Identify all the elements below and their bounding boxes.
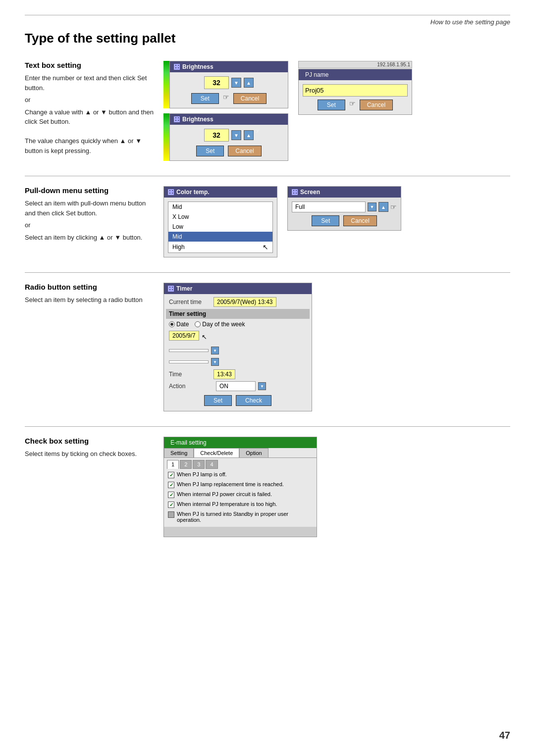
screen-set-button[interactable]: Set [312, 215, 339, 226]
pjname-set-button[interactable]: Set [318, 100, 345, 110]
date-row: 2005/9/7 ↖ [166, 330, 310, 344]
current-time-row: Current time 2005/9/7(Wed) 13:43 [166, 297, 310, 307]
cursor-pj: ☞ [349, 100, 356, 110]
colortemp-item-high[interactable]: High ↖ [168, 242, 272, 252]
timer-dropdown-1[interactable] [169, 349, 209, 352]
pjname-widget-wrap: 192.168.1.95.1 PJ name Set ☞ Cancel [298, 61, 412, 115]
brightness-title-bar-1: Brightness [170, 61, 288, 72]
checkbox-3[interactable]: ✓ [168, 492, 174, 498]
page-title: Type of the setting pallet [25, 31, 510, 46]
checkbox-1[interactable]: ✓ [168, 472, 174, 478]
page-number: 47 [499, 730, 510, 741]
email-subtabs: 1 2 3 4 [164, 458, 317, 470]
email-subtab-3[interactable]: 3 [193, 460, 205, 469]
action-dropdown[interactable]: ON [216, 381, 256, 391]
checkbox-section: Check box setting Select items by tickin… [25, 437, 510, 547]
checkbox-images: E-mail setting Setting Check/Delete Opti… [163, 437, 510, 537]
pjname-btn-row: Set ☞ Cancel [303, 100, 408, 110]
header-divider [25, 15, 510, 15]
time-label: Time [169, 371, 214, 378]
colortemp-item-mid-top[interactable]: Mid [168, 202, 272, 212]
radio-dayofweek-dot[interactable] [195, 321, 201, 327]
checkbox-title: Check box setting [25, 437, 154, 445]
email-subtab-1[interactable]: 1 [167, 460, 179, 469]
radio-dayofweek-option[interactable]: Day of the week [195, 321, 245, 328]
top-info: 192.168.1.95.1 [298, 61, 412, 68]
email-tab-checkdelete[interactable]: Check/Delete [194, 448, 239, 457]
up-arrow-btn-2[interactable]: ▲☞ [244, 130, 254, 140]
colortemp-item-low[interactable]: Low [168, 222, 272, 232]
btn-row-1: Set ☞ Cancel [174, 93, 284, 104]
email-footer [164, 527, 317, 537]
screen-select-row: Full ▼ ▲ ☞ [292, 202, 397, 212]
timer-down-arrow-2[interactable]: ▼ [211, 358, 219, 366]
checkbox-2[interactable]: ✓ [168, 482, 174, 488]
pulldown-section: Pull-down menu setting Select an item wi… [25, 186, 510, 267]
divider-3 [25, 426, 510, 427]
colortemp-item-mid[interactable]: Mid [168, 232, 272, 242]
colortemp-title-bar: Color temp. [164, 187, 277, 198]
pjname-body: Set ☞ Cancel [299, 80, 412, 114]
timer-dropdown-row-2: ▼ [166, 357, 310, 367]
screen-up-btn[interactable]: ▲ [378, 202, 388, 212]
brightness-value-2: 32 [204, 129, 229, 142]
pulldown-description: Pull-down menu setting Select an item wi… [25, 186, 163, 257]
email-tab-setting[interactable]: Setting [164, 448, 194, 457]
checkbox-5[interactable] [168, 511, 174, 518]
screen-title-bar: Screen [288, 187, 401, 198]
email-subtab-2[interactable]: 2 [180, 460, 192, 469]
cancel-button-1[interactable]: Cancel [233, 93, 267, 104]
set-button-2[interactable]: Set [196, 146, 224, 156]
cursor-ct: ↖ [263, 243, 268, 251]
pjname-input[interactable] [303, 84, 408, 97]
brightness-body-1: 32 ▼ ▲ Set ☞ Cancel [170, 72, 288, 108]
divider-1 [25, 176, 510, 176]
down-arrow-btn-2[interactable]: ▼ [231, 130, 241, 140]
up-arrow-btn-1[interactable]: ▲ [244, 78, 254, 88]
pjname-cancel-button[interactable]: Cancel [360, 100, 393, 110]
email-tab-option[interactable]: Option [239, 448, 268, 457]
timer-widget: Timer Current time 2005/9/7(Wed) 13:43 T… [163, 283, 312, 411]
cancel-button-2[interactable]: Cancel [228, 146, 261, 156]
brightness-body-2: 32 ▼ ▲☞ Set Cancel [170, 125, 288, 160]
value-row-1: 32 ▼ ▲ [174, 76, 284, 89]
timer-body: Current time 2005/9/7(Wed) 13:43 Timer s… [164, 294, 312, 411]
timer-check-button[interactable]: Check [236, 395, 271, 406]
radio-description: Radio button setting Select an item by s… [25, 283, 163, 411]
brightness-widget-2-inner: Brightness 32 ▼ ▲☞ Set Cancel [169, 113, 288, 161]
email-tabs: Setting Check/Delete Option [164, 448, 317, 458]
current-time-label: Current time [169, 299, 214, 305]
brightness-value-1: 32 [204, 76, 229, 89]
cursor-2: ☞ [255, 128, 260, 135]
checkbox-description: Check box setting Select items by tickin… [25, 437, 163, 537]
text-box-desc: Enter the number or text and then click … [25, 73, 154, 155]
text-box-section: Text box setting Enter the number or tex… [25, 61, 510, 171]
grid-icon-1 [174, 64, 180, 70]
screen-btn-row: Set Cancel [292, 215, 397, 226]
radio-date-dot[interactable] [169, 321, 175, 327]
text-box-title: Text box setting [25, 61, 154, 69]
value-row-2: 32 ▼ ▲☞ [174, 129, 284, 142]
screen-dropdown[interactable]: Full [292, 202, 366, 212]
radio-title: Radio button setting [25, 283, 154, 291]
colortemp-item-xlow[interactable]: X Low [168, 212, 272, 222]
timer-dropdown-2[interactable] [169, 360, 209, 363]
set-button-1[interactable]: Set [191, 93, 219, 104]
btn-row-2: Set Cancel [174, 146, 284, 156]
checkbox-4[interactable]: ✓ [168, 502, 174, 508]
down-arrow-btn-1[interactable]: ▼ [231, 78, 241, 88]
divider-2 [25, 272, 510, 273]
action-down-arrow[interactable]: ▼ [258, 382, 266, 390]
timer-down-arrow-1[interactable]: ▼ [211, 347, 219, 354]
timer-set-button[interactable]: Set [204, 395, 232, 406]
radio-date-option[interactable]: Date [169, 321, 189, 328]
pulldown-images: Color temp. Mid X Low Low Mid High ↖ [163, 186, 510, 257]
grid-icon-screen [292, 189, 298, 195]
email-subtab-4[interactable]: 4 [206, 460, 217, 469]
colortemp-dropdown[interactable]: Mid X Low Low Mid High ↖ [168, 202, 273, 253]
screen-dropdown-arrow[interactable]: ▼ [368, 202, 376, 211]
pjname-widget: PJ name Set ☞ Cancel [298, 69, 412, 115]
screen-cancel-button[interactable]: Cancel [343, 215, 376, 226]
date-input[interactable]: 2005/9/7 [169, 331, 199, 341]
text-box-images: Brightness 32 ▼ ▲ Set ☞ Cancel [163, 61, 510, 161]
